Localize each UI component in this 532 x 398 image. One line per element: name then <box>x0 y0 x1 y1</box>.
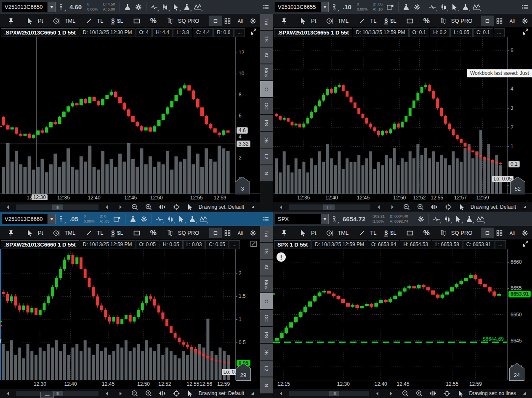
symbol-input[interactable]: V251013C6655 <box>275 2 329 12</box>
zoom-in-icon[interactable] <box>414 388 425 398</box>
scroll-right-icon[interactable] <box>115 202 126 212</box>
side-tab-ts[interactable]: TS <box>260 243 273 259</box>
grip-icon[interactable] <box>247 388 258 398</box>
toolbar-button-tl[interactable]: TL <box>353 15 380 27</box>
dropdown-caret-icon[interactable] <box>48 214 55 224</box>
restore-icon[interactable] <box>250 28 257 37</box>
symbol-input[interactable]: SPX <box>275 214 329 224</box>
drawing-set-label[interactable]: Drawing set: Default <box>471 204 516 210</box>
flask-icon[interactable] <box>128 214 138 224</box>
grip-icon[interactable] <box>519 388 530 398</box>
pointer-icon[interactable] <box>457 202 468 212</box>
price-axis[interactable]: 654321-10.1 <box>507 37 532 194</box>
side-tab-btns[interactable]: Btns <box>260 276 273 292</box>
expand-icon[interactable] <box>157 202 168 212</box>
toolbar-button-[interactable]: % <box>146 16 160 27</box>
scroll-left-icon[interactable] <box>372 388 383 398</box>
grip-icon[interactable] <box>519 202 530 212</box>
cursor-icon[interactable] <box>176 214 187 224</box>
toolbar-button-tml[interactable]: TML <box>320 227 352 239</box>
toolbar-button-l[interactable]: $$L <box>107 16 127 26</box>
crosshair-icon[interactable] <box>443 202 454 212</box>
scroll-left-icon[interactable] <box>275 388 286 398</box>
expand-icon[interactable] <box>429 202 440 212</box>
scroll-left-icon[interactable] <box>2 388 13 398</box>
restore-icon[interactable] <box>522 240 529 249</box>
zoom-out-icon[interactable] <box>400 388 411 398</box>
side-tab-db[interactable]: DB <box>260 132 273 148</box>
news-icon[interactable] <box>112 214 123 224</box>
toolbar-button-tl[interactable]: TL <box>80 15 107 27</box>
all-button[interactable]: All <box>505 19 519 24</box>
side-tab-n[interactable]: N <box>260 165 273 181</box>
pointer-icon[interactable] <box>455 388 466 398</box>
zoom-out-icon[interactable] <box>129 388 140 398</box>
pointer-icon[interactable] <box>185 388 196 398</box>
pointer-icon[interactable] <box>185 202 196 212</box>
toolbar-button-tml[interactable]: TML <box>47 15 79 27</box>
dropdown-caret-icon[interactable] <box>321 214 328 224</box>
price-axis[interactable]: 21.510.50.05 <box>235 249 260 380</box>
zoom-in-icon[interactable] <box>143 202 154 212</box>
side-tab-oc[interactable]: OC <box>260 98 273 114</box>
gear-icon[interactable] <box>415 214 426 224</box>
cursor-icon[interactable] <box>449 2 460 12</box>
candles-icon[interactable] <box>160 2 170 12</box>
toolbar-button-rectangle[interactable] <box>128 15 146 27</box>
time-axis[interactable]: 12:3512:4012:4512:5012:5212:5512:5712:59 <box>273 194 532 202</box>
side-tab-c[interactable]: C <box>260 81 273 97</box>
plot-region[interactable] <box>273 37 507 194</box>
scrollbar-thumb[interactable] <box>323 204 335 210</box>
side-tab-c[interactable]: C <box>260 293 273 309</box>
gear-icon[interactable] <box>247 16 258 26</box>
scroll-left-icon[interactable] <box>101 202 112 212</box>
toolbar-button-[interactable]: % <box>420 228 434 239</box>
toolbar-button-sqpro[interactable]: SQ PRO <box>434 227 476 239</box>
side-tab-trd[interactable]: Trd <box>260 14 273 30</box>
symbol-input[interactable]: V251013C6650 <box>2 2 56 12</box>
side-tab-l2[interactable]: L2 <box>260 361 273 377</box>
dropdown-caret-icon[interactable] <box>48 2 55 12</box>
single-chart-button[interactable] <box>209 16 222 26</box>
toolbar-button-sqpro[interactable]: SQ PRO <box>434 15 476 27</box>
candles-icon[interactable] <box>442 214 453 224</box>
scroll-right-icon[interactable] <box>387 202 398 212</box>
single-chart-button[interactable] <box>481 228 494 238</box>
gear-icon[interactable] <box>412 2 423 12</box>
grid-icon[interactable] <box>494 228 505 238</box>
scrollbar-track[interactable] <box>289 391 369 396</box>
plot-region[interactable] <box>0 37 235 194</box>
flask-icon[interactable] <box>464 214 475 224</box>
toolbar-button-tl[interactable]: TL <box>353 227 380 239</box>
gear-icon[interactable] <box>138 214 149 224</box>
all-button[interactable]: All <box>505 231 519 236</box>
toolbar-button-[interactable]: % <box>420 16 434 27</box>
single-chart-button[interactable] <box>481 16 494 26</box>
time-axis[interactable]: 12:3012:4012:4512:5012:5212:5512:5612:59 <box>0 380 260 389</box>
toolbar-button-rectangle[interactable] <box>401 15 419 27</box>
gear-icon[interactable] <box>247 228 258 238</box>
flask-icon[interactable] <box>460 2 471 12</box>
zoom-out-icon[interactable] <box>401 202 412 212</box>
toolbar-button-rectangle[interactable] <box>401 227 419 239</box>
scrollbar-track[interactable] <box>289 204 370 210</box>
news-icon[interactable] <box>385 2 396 12</box>
toolbar-button-l[interactable]: $$L <box>107 228 127 238</box>
toolbar-button-tl[interactable]: TL <box>80 227 107 239</box>
pattern-icon[interactable] <box>192 2 203 12</box>
wave-icon[interactable] <box>154 214 165 224</box>
zoom-out-icon[interactable] <box>129 202 140 212</box>
plot-region[interactable]: $6644.69 <box>273 249 507 380</box>
toolbar-button-pin[interactable] <box>2 227 20 239</box>
all-button[interactable]: All <box>234 19 247 24</box>
expand-icon[interactable] <box>157 388 168 398</box>
side-tab-at[interactable]: AT <box>260 260 273 276</box>
pattern-icon[interactable] <box>471 2 482 12</box>
gear-icon[interactable] <box>519 228 530 238</box>
zoom-in-icon[interactable] <box>143 388 154 398</box>
link-icon[interactable] <box>329 2 340 12</box>
dropdown-caret-icon[interactable] <box>321 2 328 12</box>
plot-region[interactable] <box>0 249 235 380</box>
scroll-left-icon[interactable] <box>2 202 13 212</box>
toolbar-button-l[interactable]: $$L <box>380 16 400 26</box>
